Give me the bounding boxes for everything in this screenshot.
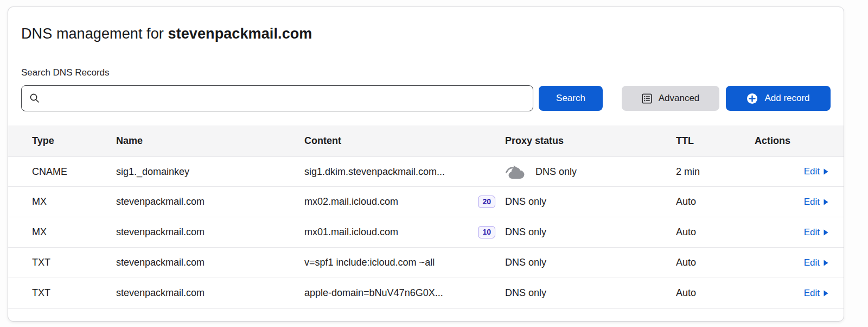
record-ttl: Auto (676, 227, 755, 238)
proxy-status: DNS only (505, 227, 676, 238)
record-content-text: sig1.dkim.stevenpackmail.com... (304, 166, 445, 178)
advanced-button[interactable]: Advanced (622, 86, 719, 111)
record-type: CNAME (32, 166, 116, 178)
search-input[interactable] (46, 86, 525, 111)
column-header-actions: Actions (755, 135, 828, 147)
search-icon (29, 93, 40, 104)
dns-management-card: DNS management for stevenpackmail.com Se… (8, 7, 844, 322)
table-row: MX stevenpackmail.com mx01.mail.icloud.c… (8, 217, 844, 248)
edit-link-label: Edit (804, 288, 820, 299)
record-type: TXT (32, 257, 116, 268)
gray-cloud-arrow-icon (505, 164, 528, 180)
table-header: Type Name Content Proxy status TTL Actio… (8, 125, 844, 156)
record-content: sig1.dkim.stevenpackmail.com... (304, 166, 505, 178)
edit-link[interactable]: Edit (804, 166, 828, 177)
record-content-text: apple-domain=bNuV47n6G0X... (304, 287, 443, 299)
proxy-status-text: DNS only (505, 257, 546, 268)
edit-link-label: Edit (804, 257, 820, 268)
record-actions: Edit (755, 257, 828, 268)
record-content-text: mx02.mail.icloud.com (304, 196, 398, 207)
edit-link[interactable]: Edit (804, 197, 828, 207)
search-button[interactable]: Search (539, 86, 603, 111)
record-ttl: Auto (676, 257, 755, 268)
page-title-domain: stevenpackmail.com (168, 26, 312, 42)
priority-badge: 20 (478, 196, 495, 209)
record-content: apple-domain=bNuV47n6G0X... (304, 287, 505, 299)
list-document-icon (642, 93, 652, 104)
record-actions: Edit (755, 288, 828, 299)
record-content: mx01.mail.icloud.com 10 (304, 226, 505, 239)
search-label: Search DNS Records (21, 67, 831, 78)
record-ttl: 2 min (676, 166, 755, 178)
record-ttl: Auto (676, 196, 755, 207)
proxy-status: DNS only (505, 287, 676, 299)
table-row: CNAME sig1._domainkey sig1.dkim.stevenpa… (8, 156, 844, 187)
edit-link[interactable]: Edit (804, 257, 828, 268)
table-row: TXT stevenpackmail.com v=spf1 include:ic… (8, 248, 844, 278)
toolbar: Search Advanced Add record (21, 85, 831, 111)
record-actions: Edit (755, 227, 828, 238)
record-content: v=spf1 include:icloud.com ~all (304, 257, 505, 268)
column-header-proxy-status: Proxy status (505, 135, 676, 147)
caret-right-icon (824, 260, 828, 266)
record-ttl: Auto (676, 287, 755, 299)
plus-circle-icon (746, 93, 758, 104)
caret-right-icon (824, 199, 828, 205)
table-row: MX stevenpackmail.com mx02.mail.icloud.c… (8, 187, 844, 217)
edit-link-label: Edit (804, 227, 820, 238)
table-body: CNAME sig1._domainkey sig1.dkim.stevenpa… (8, 156, 844, 309)
dns-records-table: Type Name Content Proxy status TTL Actio… (8, 125, 844, 309)
priority-badge: 10 (478, 226, 495, 239)
proxy-status: DNS only (505, 257, 676, 268)
record-name: stevenpackmail.com (116, 227, 304, 238)
record-content: mx02.mail.icloud.com 20 (304, 196, 505, 209)
edit-link[interactable]: Edit (804, 288, 828, 299)
caret-right-icon (824, 290, 828, 297)
record-name: stevenpackmail.com (116, 287, 304, 299)
edit-link-label: Edit (804, 197, 820, 207)
search-input-wrapper (21, 85, 533, 111)
add-record-button[interactable]: Add record (726, 86, 831, 111)
record-type: TXT (32, 287, 116, 299)
record-actions: Edit (755, 166, 828, 177)
proxy-status-text: DNS only (535, 166, 577, 178)
column-header-name: Name (116, 135, 304, 147)
record-name: stevenpackmail.com (116, 257, 304, 268)
record-type: MX (32, 196, 116, 207)
add-record-button-label: Add record (764, 93, 809, 104)
proxy-status: DNS only (505, 196, 676, 207)
record-content-text: mx01.mail.icloud.com (304, 227, 398, 238)
record-type: MX (32, 227, 116, 238)
edit-link[interactable]: Edit (804, 227, 828, 238)
column-header-content: Content (304, 135, 505, 147)
table-row: TXT stevenpackmail.com apple-domain=bNuV… (8, 278, 844, 309)
advanced-button-label: Advanced (659, 93, 700, 104)
page-title-prefix: DNS management for (21, 26, 168, 42)
proxy-status-text: DNS only (505, 287, 546, 299)
caret-right-icon (824, 168, 828, 175)
column-header-ttl: TTL (676, 135, 755, 147)
page-title: DNS management for stevenpackmail.com (21, 26, 831, 42)
record-content-text: v=spf1 include:icloud.com ~all (304, 257, 435, 268)
edit-link-label: Edit (804, 166, 820, 177)
record-name: sig1._domainkey (116, 166, 304, 178)
proxy-status-text: DNS only (505, 196, 546, 207)
proxy-status-text: DNS only (505, 227, 546, 238)
caret-right-icon (824, 229, 828, 236)
record-name: stevenpackmail.com (116, 196, 304, 207)
record-actions: Edit (755, 197, 828, 207)
proxy-status: DNS only (505, 164, 676, 180)
column-header-type: Type (32, 135, 116, 147)
